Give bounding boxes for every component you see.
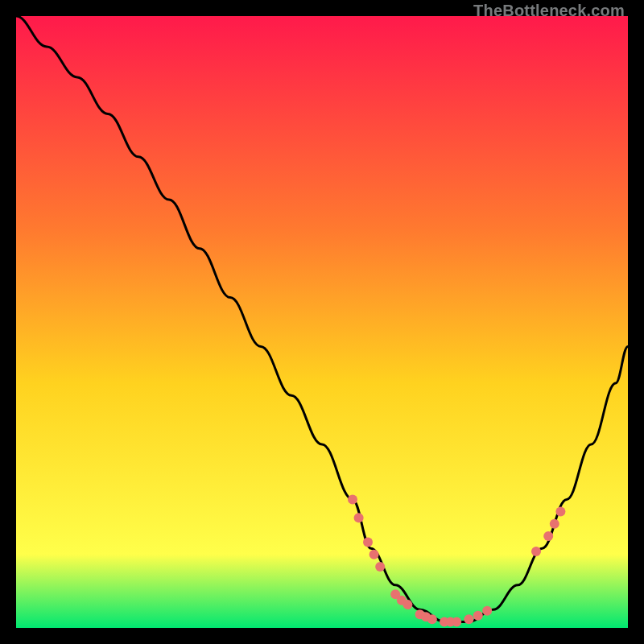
gradient-background [16, 16, 628, 628]
data-marker [402, 600, 412, 609]
data-marker [363, 538, 373, 547]
data-marker [550, 519, 559, 529]
data-marker [482, 606, 492, 616]
data-marker [555, 507, 565, 517]
data-marker [369, 550, 379, 559]
chart-frame [16, 16, 628, 628]
data-marker [473, 611, 483, 621]
data-marker [348, 494, 357, 504]
data-marker [427, 614, 437, 624]
data-marker [452, 617, 461, 626]
data-marker [543, 531, 553, 541]
data-marker [375, 562, 385, 572]
data-marker [464, 614, 473, 624]
data-marker [531, 547, 541, 556]
bottleneck-chart [16, 16, 628, 628]
data-marker [354, 513, 364, 522]
